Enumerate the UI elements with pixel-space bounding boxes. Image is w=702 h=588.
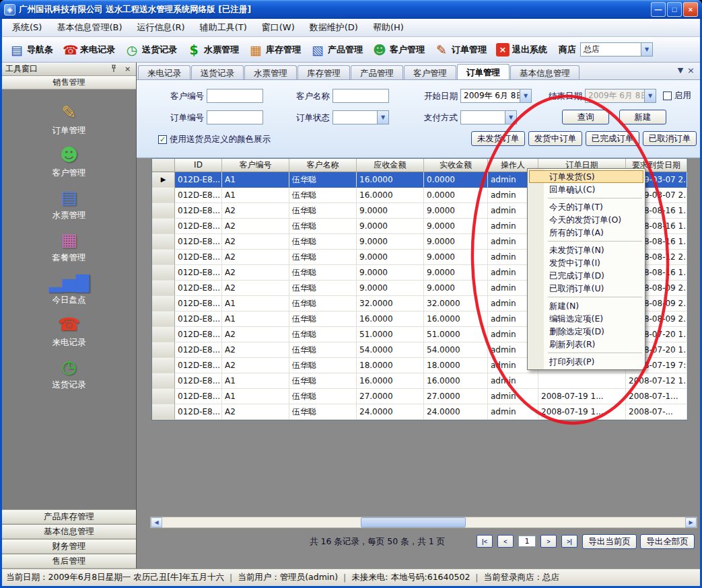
tab-5[interactable]: 客户管理 [404, 65, 456, 79]
status-filter-button-3[interactable]: 已取消订单 [643, 131, 697, 146]
tab-0[interactable]: 来电记录 [138, 65, 190, 79]
menu-item-3[interactable]: 辅助工具(T) [192, 19, 254, 36]
sidebar-panel-3[interactable]: 售后管理 [2, 554, 136, 568]
toolbar-button-customer[interactable]: ☻客户管理 [367, 41, 429, 59]
customer-name-input[interactable] [332, 89, 389, 103]
toolbar-button-ticket[interactable]: $水票管理 [182, 41, 244, 59]
minimize-button[interactable]: — [651, 2, 666, 17]
next-page-button[interactable]: > [540, 535, 557, 548]
status-filter-button-2[interactable]: 已完成订单 [586, 131, 639, 146]
context-menu-item-1[interactable]: 回单确认(C) [529, 183, 643, 196]
status-filter-button-1[interactable]: 发货中订单 [528, 131, 582, 146]
maximize-button[interactable]: □ [667, 2, 682, 17]
scroll-left-icon[interactable]: ◀ [151, 517, 162, 527]
pin-icon[interactable] [108, 64, 118, 74]
toolbar-button-order[interactable]: ✎订单管理 [429, 41, 491, 59]
prev-page-button[interactable]: < [497, 535, 514, 548]
tab-3[interactable]: 库存管理 [297, 65, 350, 79]
row-selector[interactable] [152, 203, 175, 219]
grid-row[interactable]: 012D-E8...A1伍华聪27.000027.0000admin2008-0… [152, 389, 687, 404]
row-selector[interactable] [152, 389, 175, 404]
pay-method-select[interactable]: ▼ [460, 110, 517, 124]
order-no-input[interactable] [207, 110, 263, 124]
tab-6[interactable]: 订单管理 [457, 64, 510, 79]
toolbar-button-product[interactable]: ▧产品管理 [306, 41, 367, 59]
last-page-button[interactable]: >| [561, 535, 577, 548]
shop-select[interactable]: 总店 ▼ [580, 42, 653, 57]
sidebar-panel-2[interactable]: 财务管理 [2, 539, 136, 554]
context-menu-item-17[interactable]: 打印列表(P) [529, 355, 643, 368]
row-selector[interactable] [152, 296, 175, 311]
menu-item-1[interactable]: 基本信息管理(B) [49, 19, 129, 36]
start-date-picker[interactable]: 2009年 6月 8日 ▼ [460, 89, 532, 103]
row-selector[interactable] [152, 404, 175, 420]
page-number-input[interactable]: 1 [518, 536, 536, 547]
tab-close-icon[interactable]: × [687, 65, 695, 75]
sidebar-item-call-log[interactable]: ☎来电记录 [2, 309, 136, 352]
row-selector[interactable] [152, 219, 175, 234]
chevron-down-icon[interactable]: ▼ [520, 89, 531, 102]
sidebar-panel-1[interactable]: 基本信息管理 [2, 524, 136, 539]
horizontal-scrollbar[interactable]: ◀ ▶ [150, 517, 697, 528]
grid-row[interactable]: 012D-E8...A1伍华聪16.000016.0000admin2008-0… [152, 373, 687, 389]
menu-item-0[interactable]: 系统(S) [5, 19, 49, 36]
status-filter-button-0[interactable]: 未发货订单 [471, 131, 525, 146]
chevron-down-icon[interactable]: ▼ [505, 111, 516, 124]
sidebar-item-package[interactable]: ▦套餐管理 [2, 225, 136, 267]
context-menu-item-5[interactable]: 所有的订单(A) [529, 226, 643, 239]
customer-no-input[interactable] [207, 89, 263, 103]
row-selector[interactable] [152, 250, 175, 265]
toolbar-button-navigator[interactable]: ▤导航条 [5, 41, 58, 59]
scroll-right-icon[interactable]: ▶ [685, 517, 697, 527]
first-page-button[interactable]: |< [477, 535, 493, 548]
chevron-down-icon[interactable]: ▼ [377, 111, 388, 124]
grid-row[interactable]: 012D-E8...A2伍华聪24.000024.0000admin2008-0… [152, 404, 687, 420]
tab-4[interactable]: 产品管理 [351, 65, 403, 79]
row-selector[interactable] [152, 311, 175, 327]
sidebar-item-ticket[interactable]: ▤水票管理 [2, 182, 136, 225]
context-menu-item-8[interactable]: 发货中订单(I) [529, 256, 643, 269]
sidebar-item-delivery[interactable]: ◷送货记录 [2, 352, 136, 394]
end-date-picker[interactable]: 2009年 6月 8日 ▼ [585, 89, 656, 103]
toolbar-button-delivery[interactable]: ◷送货记录 [120, 41, 182, 59]
sidebar-panel-0[interactable]: 产品库存管理 [2, 509, 136, 524]
row-selector[interactable] [152, 373, 175, 389]
row-selector[interactable] [152, 342, 175, 358]
context-menu-item-12[interactable]: 新建(N) [529, 299, 643, 312]
close-button[interactable]: × [683, 2, 698, 17]
export-current-page-button[interactable]: 导出当前页 [582, 534, 637, 549]
toolbar-button-call-log[interactable]: ☎来电记录 [58, 41, 120, 59]
order-status-select[interactable]: ▼ [332, 110, 389, 124]
sidebar-item-stocktake[interactable]: ▂▅▇今日盘点 [2, 267, 136, 309]
context-menu-item-14[interactable]: 删除选定项(D) [529, 325, 643, 338]
context-menu-item-7[interactable]: 未发货订单(N) [529, 244, 643, 256]
row-selector[interactable] [152, 265, 175, 281]
enable-checkbox[interactable]: 启用 [663, 90, 691, 102]
sidebar-item-customer[interactable]: ☻客户管理 [2, 140, 136, 182]
menu-item-4[interactable]: 窗口(W) [254, 19, 302, 36]
context-menu-item-13[interactable]: 编辑选定项(E) [529, 312, 643, 325]
courier-color-checkbox[interactable]: ✓ 使用送货员定义的颜色展示 [158, 134, 271, 145]
context-menu-item-9[interactable]: 已完成订单(D) [529, 269, 643, 282]
context-menu-item-15[interactable]: 刷新列表(R) [529, 338, 643, 351]
context-menu-item-0[interactable]: 订单发货(S) [529, 170, 643, 183]
menu-item-2[interactable]: 运行信息(R) [129, 19, 192, 36]
sidebar-item-order[interactable]: ✎订单管理 [2, 98, 136, 140]
menu-item-5[interactable]: 数据维护(D) [302, 19, 365, 36]
chevron-down-icon[interactable]: ▼ [641, 43, 652, 56]
row-selector[interactable] [152, 327, 175, 342]
row-selector[interactable] [152, 281, 175, 296]
row-selector[interactable] [152, 358, 175, 373]
tab-list-dropdown-icon[interactable]: ▼ [678, 66, 683, 75]
new-button[interactable]: 新建 [619, 110, 666, 124]
query-button[interactable]: 查询 [562, 110, 609, 124]
context-menu-item-3[interactable]: 今天的订单(T) [529, 200, 643, 213]
menu-item-6[interactable]: 帮助(H) [365, 19, 411, 36]
context-menu-item-10[interactable]: 已取消订单(U) [529, 282, 643, 295]
row-selector[interactable] [152, 188, 175, 203]
toolbar-button-inventory[interactable]: ▦库存管理 [244, 41, 306, 59]
tab-2[interactable]: 水票管理 [244, 65, 297, 79]
tab-1[interactable]: 送货记录 [191, 65, 244, 79]
toolbar-button-exit[interactable]: ×退出系统 [491, 41, 552, 59]
row-selector[interactable] [152, 234, 175, 250]
